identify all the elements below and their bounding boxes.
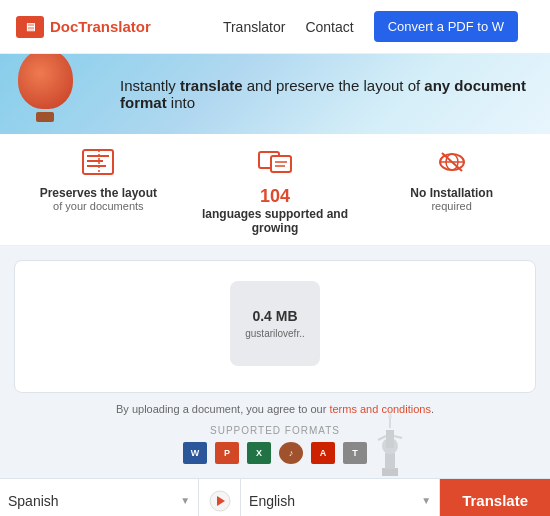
target-lang-select[interactable]: English Spanish French German (249, 493, 421, 509)
file-card: 0.4 MB gustarilovefr.. (230, 281, 320, 366)
feature-preserve-subtitle: of your documents (53, 200, 144, 212)
translate-button[interactable]: Translate (440, 479, 550, 516)
nav-contact[interactable]: Contact (305, 19, 353, 35)
feature-preserve-title: Preserves the layout (40, 186, 157, 200)
no-install-icon (435, 148, 469, 180)
file-size: 0.4 MB (252, 308, 297, 324)
terms-link[interactable]: terms and conditions (329, 403, 431, 415)
source-chevron-icon: ▼ (180, 495, 190, 506)
formats-label: SUPPORTED FORMATS (14, 425, 536, 436)
source-lang-select[interactable]: Spanish English French German (8, 493, 180, 509)
formats-icons: W P X ♪ A T (14, 442, 536, 464)
bottom-toolbar: Spanish English French German ▼ English … (0, 478, 550, 516)
formats-section: SUPPORTED FORMATS W P X ♪ A T (14, 425, 536, 464)
hero-banner: Instantly translate and preserve the lay… (0, 54, 550, 134)
feature-noinstall-title: No Installation (410, 186, 493, 200)
file-name: gustarilovefr.. (245, 328, 304, 339)
svg-rect-6 (271, 156, 291, 172)
terms-text: By uploading a document, you agree to ou… (14, 403, 536, 415)
feature-lang-title: languages supported and growing (195, 207, 354, 235)
header: ▤ DocTranslator Translator Contact Conve… (0, 0, 550, 54)
format-mp3-icon: ♪ (279, 442, 303, 464)
preserve-icon (81, 148, 115, 180)
languages-icon (258, 148, 292, 180)
svg-rect-13 (382, 468, 398, 476)
format-xlsx-icon: X (247, 442, 271, 464)
nav-cta[interactable]: Convert a PDF to W (374, 11, 518, 42)
feature-languages: 104 languages supported and growing (195, 148, 354, 235)
logo-area: ▤ DocTranslator (16, 16, 151, 38)
feature-preserve-layout: Preserves the layout of your documents (19, 148, 178, 235)
format-txt-icon: T (343, 442, 367, 464)
feature-no-install: No Installation required (372, 148, 531, 235)
target-lang-wrapper[interactable]: English Spanish French German ▼ (241, 479, 440, 516)
logo-text: DocTranslator (50, 18, 151, 35)
target-chevron-icon: ▼ (421, 495, 431, 506)
hero-text: Instantly translate and preserve the lay… (20, 77, 530, 111)
arrow-icon (199, 479, 241, 516)
feature-lang-number: 104 (260, 186, 290, 207)
features-row: Preserves the layout of your documents 1… (0, 134, 550, 246)
feature-noinstall-subtitle: required (431, 200, 471, 212)
format-pptx-icon: P (215, 442, 239, 464)
nav-links: Translator Contact Convert a PDF to W (223, 11, 518, 42)
source-lang-wrapper[interactable]: Spanish English French German ▼ (0, 479, 199, 516)
nav-translator[interactable]: Translator (223, 19, 286, 35)
format-pdf-icon: A (311, 442, 335, 464)
main-content: 0.4 MB gustarilovefr.. By uploading a do… (0, 246, 550, 478)
logo-icon: ▤ (16, 16, 44, 38)
format-docx-icon: W (183, 442, 207, 464)
upload-area[interactable]: 0.4 MB gustarilovefr.. (14, 260, 536, 393)
